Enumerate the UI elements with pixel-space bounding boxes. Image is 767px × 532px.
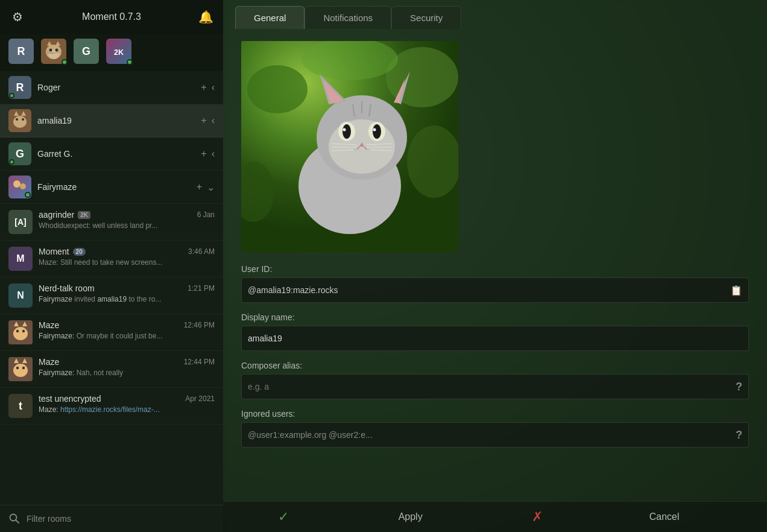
userid-row: @amalia19:mazie.rocks 📋: [241, 277, 749, 303]
badge-num-moment: 20: [73, 248, 86, 256]
chat-avatar-moment: M: [8, 247, 33, 271]
badge-2k-aagrinder: 2K: [78, 211, 90, 219]
svg-point-20: [20, 183, 26, 189]
action-check[interactable]: ✓: [241, 509, 326, 525]
composer-alias-input[interactable]: [248, 382, 736, 391]
userid-label: User ID:: [241, 264, 749, 274]
room-name-roger: Roger: [37, 83, 201, 92]
chat-item-moment[interactable]: M Moment 20 3:46 AM Maze: Still need to …: [0, 241, 223, 277]
sidebar: ⚙ Moment 0.7.3 🔔 R: [0, 0, 223, 532]
chat-item-aagrinder[interactable]: [A] aagrinder 2K 6 Jan Whodiduexpect: we…: [0, 204, 223, 241]
displayname-label: Display name:: [241, 312, 749, 322]
composer-alias-help-icon[interactable]: ?: [736, 381, 742, 393]
room-item-fairymaze[interactable]: Fairymaze + ⌄: [0, 171, 223, 204]
field-group-ignored-users: Ignored users: ?: [241, 409, 749, 448]
avatar-r[interactable]: R: [8, 39, 36, 66]
room-item-amalia19[interactable]: amalia19 + ‹: [0, 104, 223, 138]
ignored-users-help-icon[interactable]: ?: [736, 429, 742, 442]
chat-name-nerd-talk: Nerd-talk room: [39, 283, 95, 293]
chat-item-maze2[interactable]: Maze 12:44 PM Fairymaze: Nah, not really: [0, 351, 223, 388]
cat-illustration: [241, 41, 458, 252]
room-info-garret: Garret G.: [37, 149, 201, 159]
composer-alias-row[interactable]: ?: [241, 374, 749, 399]
filter-rooms-label: Filter rooms: [27, 514, 71, 524]
avatar-r-img: R: [8, 39, 34, 64]
check-icon: ✓: [278, 509, 289, 525]
filter-rooms[interactable]: Filter rooms: [0, 505, 223, 532]
chat-body-aagrinder: aagrinder 2K 6 Jan Whodiduexpect: well u…: [39, 210, 215, 230]
action-x[interactable]: ✗: [495, 509, 579, 525]
composer-alias-label: Composer alias:: [241, 361, 749, 370]
room-info-fairymaze: Fairymaze: [37, 182, 197, 192]
chat-time-maze2: 12:44 PM: [184, 358, 215, 366]
svg-point-22: [13, 327, 28, 340]
avatar-2k-online: [127, 59, 133, 65]
ignored-users-row[interactable]: ?: [241, 422, 749, 448]
apply-label: Apply: [399, 511, 423, 522]
chat-item-test-unencrypted[interactable]: t test unencrypted Apr 2021 Maze: https:…: [0, 388, 223, 425]
room-icon-roger: R: [8, 76, 31, 99]
room-add-roger[interactable]: +: [201, 82, 206, 93]
svg-point-5: [49, 49, 52, 52]
action-apply[interactable]: Apply: [326, 511, 495, 522]
chat-preview-test: Maze: https://mazie.rocks/files/maz-...: [39, 405, 215, 414]
right-panel: General Notifications Security: [223, 0, 767, 532]
avatar-cat[interactable]: [41, 39, 69, 66]
svg-point-6: [55, 49, 58, 52]
svg-text:2K: 2K: [114, 48, 124, 57]
chat-name-maze1: Maze: [39, 320, 59, 330]
room-expand-fairymaze[interactable]: ⌄: [207, 182, 215, 193]
search-icon: [8, 513, 21, 525]
chat-body-maze2: Maze 12:44 PM Fairymaze: Nah, not really: [39, 357, 215, 377]
svg-point-52: [343, 128, 346, 131]
room-name-garret: Garret G.: [37, 149, 201, 159]
ignored-users-input[interactable]: [248, 430, 736, 440]
bell-icon[interactable]: 🔔: [197, 8, 215, 26]
chat-header-aagrinder: aagrinder 2K 6 Jan: [39, 210, 215, 220]
avatar-g[interactable]: G: [74, 39, 101, 66]
room-icon-amalia19: [8, 109, 31, 132]
room-collapse-garret[interactable]: ‹: [212, 148, 215, 159]
tab-security[interactable]: Security: [391, 6, 461, 29]
gear-icon[interactable]: ⚙: [8, 8, 27, 26]
room-info-amalia19: amalia19: [37, 116, 201, 125]
settings-content: User ID: @amalia19:mazie.rocks 📋 Display…: [223, 29, 767, 501]
svg-point-53: [373, 128, 376, 131]
chat-header-nerd-talk: Nerd-talk room 1:21 PM: [39, 283, 215, 293]
room-add-fairymaze[interactable]: +: [197, 182, 202, 192]
avatar-g-img: G: [74, 39, 99, 64]
room-add-amalia19[interactable]: +: [201, 115, 206, 126]
room-item-garret[interactable]: G Garret G. + ‹: [0, 138, 223, 171]
action-cancel[interactable]: Cancel: [579, 511, 749, 522]
chat-body-test: test unencrypted Apr 2021 Maze: https://…: [39, 394, 215, 414]
chat-header-maze1: Maze 12:46 PM: [39, 320, 215, 330]
app-title: Moment 0.7.3: [27, 11, 197, 22]
field-group-composer-alias: Composer alias: ?: [241, 361, 749, 399]
room-collapse-amalia19[interactable]: ‹: [212, 115, 215, 126]
chat-item-maze1[interactable]: Maze 12:46 PM Fairymaze: Or maybe it cou…: [0, 314, 223, 351]
tab-notifications[interactable]: Notifications: [305, 6, 391, 29]
displayname-row[interactable]: [241, 326, 749, 351]
displayname-input[interactable]: [248, 334, 742, 343]
chat-preview-maze2: Fairymaze: Nah, not really: [39, 369, 215, 377]
room-collapse-roger[interactable]: ‹: [212, 82, 215, 93]
chat-name-aagrinder: aagrinder 2K: [39, 210, 90, 220]
bottom-actions: ✓ Apply ✗ Cancel: [223, 501, 767, 532]
room-actions-roger: + ‹: [201, 82, 215, 93]
svg-point-16: [16, 118, 18, 121]
chat-time-nerd-talk: 1:21 PM: [188, 284, 215, 293]
cancel-label: Cancel: [649, 511, 680, 522]
fairymaze-online-dot: [25, 192, 31, 198]
garret-online-dot: [9, 159, 14, 165]
tab-general[interactable]: General: [235, 6, 305, 29]
room-item-roger[interactable]: R Roger + ‹: [0, 71, 223, 104]
avatar-2k[interactable]: 2K: [106, 39, 134, 66]
chat-avatar-aagrinder: [A]: [8, 210, 33, 234]
chat-body-moment: Moment 20 3:46 AM Maze: Still need to ta…: [39, 247, 215, 267]
room-add-garret[interactable]: +: [201, 148, 206, 159]
copy-icon[interactable]: 📋: [730, 285, 742, 296]
profile-photo-container[interactable]: [241, 41, 458, 252]
chat-item-nerd-talk[interactable]: N Nerd-talk room 1:21 PM Fairymaze invit…: [0, 277, 223, 314]
svg-point-19: [13, 180, 21, 188]
svg-point-32: [22, 367, 25, 369]
